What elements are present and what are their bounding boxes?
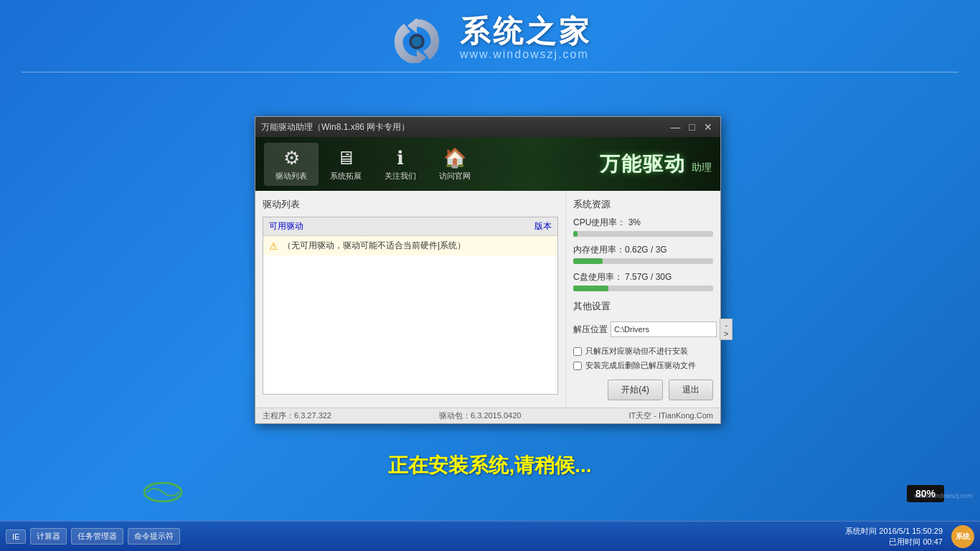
toolbar: ⚙ 驱动列表 🖥 系统拓展 ℹ 关注我们 🏠 访问官网 万能驱动 助理: [255, 137, 720, 191]
toolbar-sys-expand[interactable]: 🖥 系统拓展: [319, 143, 373, 186]
extract-only-label: 只解压对应驱动但不进行安装: [585, 346, 688, 357]
exit-button[interactable]: 退出: [669, 380, 713, 400]
toolbar-brand-sub: 助理: [692, 161, 712, 173]
toolbar-driver-list-label: 驱动列表: [275, 171, 307, 182]
mem-label: 内存使用率：0.62G / 3G: [573, 244, 713, 256]
driver-list-title: 驱动列表: [263, 198, 558, 211]
action-row: 开始(4) 退出: [573, 380, 713, 400]
gear-icon: ⚙: [283, 147, 300, 169]
extract-path-row: 解压位置 ->: [573, 319, 713, 340]
toolbar-brand: 万能驱动 助理: [600, 151, 712, 178]
disk-usage-item: C盘使用率： 7.57G / 30G: [573, 271, 713, 291]
close-button[interactable]: ✕: [702, 121, 715, 133]
cpu-bar-fill: [573, 231, 578, 237]
taskbar-cmd-button[interactable]: 命令提示符: [128, 528, 180, 545]
toolbar-follow-us-label: 关注我们: [385, 171, 416, 182]
brand-url: www.windowszj.com: [460, 48, 589, 61]
info-icon: ℹ: [397, 147, 404, 169]
mem-usage-item: 内存使用率：0.62G / 3G: [573, 244, 713, 264]
other-settings: 其他设置 解压位置 -> 只解压对应驱动但不进行安装 安装完成后删除已解压驱动文…: [573, 300, 713, 400]
extract-only-checkbox[interactable]: [573, 347, 582, 356]
maximize-button[interactable]: □: [687, 121, 697, 133]
extract-browse-button[interactable]: ->: [720, 319, 732, 340]
other-settings-title: 其他设置: [573, 300, 713, 313]
monitor-icon: 🖥: [336, 147, 355, 169]
warning-icon: ⚠: [269, 240, 278, 252]
main-window: 万能驱动助理（Win8.1.x86 网卡专用） — □ ✕ ⚙ 驱动列表 🖥 系…: [255, 116, 721, 424]
system-time: 系统时间 2016/5/1 15:50:29: [845, 526, 943, 537]
title-controls: — □ ✕: [669, 121, 715, 133]
status-bar: 主程序：6.3.27.322 驱动包：6.3.2015.0420 IT天空 - …: [255, 408, 720, 423]
minimize-button[interactable]: —: [669, 121, 683, 133]
start-button[interactable]: 开始(4): [608, 380, 663, 400]
left-panel: 驱动列表 可用驱动 版本 ⚠ （无可用驱动，驱动可能不适合当前硬件|系统）: [255, 191, 566, 408]
disk-bar-bg: [573, 286, 713, 291]
driver-col-version: 版本: [534, 220, 552, 232]
home-icon: 🏠: [443, 147, 466, 169]
mem-bar-fill: [573, 258, 603, 264]
top-divider: [22, 72, 958, 72]
extract-label: 解压位置: [573, 324, 608, 336]
cpu-bar-bg: [573, 231, 713, 237]
driver-pack-version: 驱动包：6.3.2015.0420: [439, 410, 521, 421]
credit-text: IT天空 - ITianKong.Com: [628, 410, 713, 421]
toolbar-visit-site[interactable]: 🏠 访问官网: [428, 143, 482, 186]
toolbar-follow-us[interactable]: ℹ 关注我们: [373, 143, 428, 186]
top-brand: 系统之家 www.windowszj.com: [0, 0, 980, 72]
bottom-logo-icon: [143, 482, 183, 502]
sys-res-title: 系统资源: [573, 198, 713, 211]
right-panel: 系统资源 CPU使用率： 3% 内存使用率：0.62G / 3G C盘使用率： …: [566, 191, 720, 408]
main-version: 主程序：6.3.27.322: [263, 410, 331, 421]
delete-after-label: 安装完成后删除已解压驱动文件: [585, 360, 696, 371]
driver-col-available: 可用驱动: [269, 220, 303, 232]
cpu-usage-item: CPU使用率： 3%: [573, 217, 713, 237]
taskbar: IE 计算器 任务管理器 命令提示符 系统时间 2016/5/1 15:50:2…: [0, 521, 980, 551]
mem-bar-bg: [573, 258, 713, 264]
window-title: 万能驱动助理（Win8.1.x86 网卡专用）: [261, 121, 410, 133]
elapsed-time: 已用时间 00:47: [845, 537, 943, 547]
cpu-label: CPU使用率： 3%: [573, 217, 713, 229]
driver-warning-text: （无可用驱动，驱动可能不适合当前硬件|系统）: [283, 240, 466, 252]
driver-list-box: 可用驱动 版本 ⚠ （无可用驱动，驱动可能不适合当前硬件|系统）: [263, 217, 558, 395]
toolbar-visit-site-label: 访问官网: [439, 171, 471, 182]
extract-path-input[interactable]: [611, 321, 717, 337]
content-area: 驱动列表 可用驱动 版本 ⚠ （无可用驱动，驱动可能不适合当前硬件|系统） 系统…: [255, 191, 720, 408]
taskbar-task-manager-button[interactable]: 任务管理器: [71, 528, 123, 545]
brand-text-area: 系统之家 www.windowszj.com: [460, 15, 592, 61]
brand-logo-icon: [388, 13, 446, 63]
toolbar-driver-list[interactable]: ⚙ 驱动列表: [264, 143, 319, 186]
taskbar-calculator-button[interactable]: 计算器: [30, 528, 67, 545]
title-bar: 万能驱动助理（Win8.1.x86 网卡专用） — □ ✕: [255, 117, 720, 137]
install-status-text: 正在安装系统,请稍候...: [0, 452, 980, 479]
disk-label: C盘使用率： 7.57G / 30G: [573, 271, 713, 283]
taskbar-ie-button[interactable]: IE: [6, 529, 26, 544]
checkbox-delete-after: 安装完成后删除已解压驱动文件: [573, 360, 713, 371]
taskbar-left: IE 计算器 任务管理器 命令提示符: [6, 528, 180, 545]
driver-list-row: ⚠ （无可用驱动，驱动可能不适合当前硬件|系统）: [263, 236, 557, 255]
svg-point-1: [412, 37, 422, 47]
driver-list-header: 可用驱动 版本: [263, 217, 557, 236]
bottom-decoration: [0, 482, 980, 502]
brand-title: 系统之家: [460, 15, 592, 48]
toolbar-brand-main: 万能驱动: [600, 153, 686, 175]
checkbox-extract-only: 只解压对应驱动但不进行安装: [573, 346, 713, 357]
taskbar-right: 系统时间 2016/5/1 15:50:29 已用时间 00:47 系统: [845, 525, 974, 548]
disk-bar-fill: [573, 286, 608, 291]
taskbar-sys-button[interactable]: 系统: [951, 525, 974, 548]
taskbar-time: 系统时间 2016/5/1 15:50:29 已用时间 00:47: [845, 526, 943, 547]
toolbar-sys-expand-label: 系统拓展: [330, 171, 362, 182]
delete-after-checkbox[interactable]: [573, 362, 582, 370]
